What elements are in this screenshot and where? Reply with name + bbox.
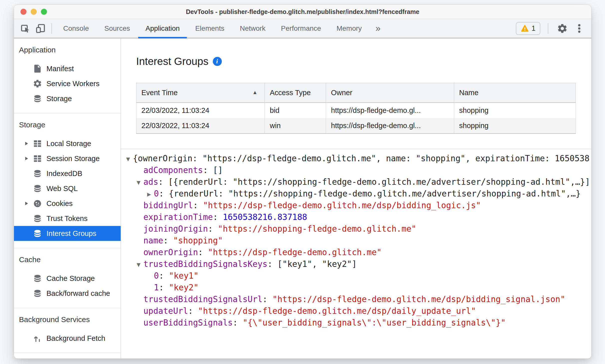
sidebar-section-storage: StorageLocal StorageSession StorageIndex… bbox=[14, 113, 121, 248]
tree-line[interactable]: joiningOrigin: "https://shopping-fledge-… bbox=[126, 223, 591, 235]
table-row[interactable]: 22/03/2022, 11:03:24bidhttps://dsp-fledg… bbox=[136, 103, 576, 118]
table-cell: 22/03/2022, 11:03:24 bbox=[136, 103, 265, 118]
table-icon bbox=[33, 154, 42, 163]
warnings-button[interactable]: 1 bbox=[516, 22, 540, 35]
tree-line[interactable]: ▼ads: [{renderUrl: "https://shopping-fle… bbox=[126, 176, 591, 188]
collapse-arrow-icon[interactable]: ▼ bbox=[126, 153, 133, 165]
json-plain: : bbox=[213, 212, 223, 222]
sidebar-item-storage[interactable]: Storage bbox=[14, 91, 121, 106]
window-controls bbox=[20, 5, 47, 19]
window-title: DevTools - publisher-fledge-demo.glitch.… bbox=[186, 8, 419, 15]
tab-elements[interactable]: Elements bbox=[187, 19, 232, 38]
expand-arrow-icon[interactable] bbox=[25, 157, 33, 160]
json-plain: : bbox=[188, 306, 198, 316]
device-toolbar-icon[interactable] bbox=[34, 19, 47, 38]
column-header-name[interactable]: Name bbox=[454, 83, 576, 103]
sidebar-item-label: Interest Groups bbox=[46, 229, 96, 238]
sidebar-item-service-workers[interactable]: Service Workers bbox=[14, 76, 121, 91]
sidebar-item-cache-storage[interactable]: Cache Storage bbox=[14, 271, 121, 286]
tree-line[interactable]: userBiddingSignals: "{\"user_bidding_sig… bbox=[126, 317, 591, 329]
sidebar-item-back-forward-cache[interactable]: Back/forward cache bbox=[14, 286, 121, 301]
json-plain: : {renderUrl: "https://shopping-fledge-d… bbox=[159, 189, 581, 198]
three-dot-menu-icon[interactable] bbox=[573, 22, 586, 35]
column-header-event-time[interactable]: Event Time▲ bbox=[136, 83, 265, 103]
json-plain: : [] bbox=[203, 165, 223, 175]
info-icon[interactable]: i bbox=[213, 57, 222, 66]
tree-line[interactable]: expirationTime: 1650538216.837188 bbox=[126, 211, 591, 223]
json-plain: : bbox=[193, 200, 203, 210]
table-cell: https://dsp-fledge-demo.gl... bbox=[326, 118, 454, 134]
sidebar-item-session-storage[interactable]: Session Storage bbox=[14, 151, 121, 166]
sidebar-item-cookies[interactable]: Cookies bbox=[14, 196, 121, 211]
tree-line[interactable]: 0: "key1" bbox=[126, 270, 591, 282]
json-plain: : bbox=[263, 294, 273, 304]
json-string: "shopping" bbox=[173, 236, 223, 245]
tree-line[interactable]: ▼{ownerOrigin: "https://dsp-fledge-demo.… bbox=[126, 153, 591, 164]
tree-line[interactable]: 1: "key2" bbox=[126, 282, 591, 293]
tab-network[interactable]: Network bbox=[232, 19, 273, 38]
json-string: "https://dsp-fledge-demo.glitch.me/dsp/b… bbox=[203, 200, 481, 210]
toolbar-separator bbox=[548, 23, 548, 34]
database-icon bbox=[33, 229, 42, 238]
table-cell: 22/03/2022, 11:03:24 bbox=[136, 118, 265, 134]
sidebar-item-trust-tokens[interactable]: Trust Tokens bbox=[14, 211, 121, 226]
zoom-button[interactable] bbox=[41, 9, 47, 15]
json-tree: ▼{ownerOrigin: "https://dsp-fledge-demo.… bbox=[121, 149, 591, 329]
database-icon bbox=[33, 289, 42, 298]
json-plain: : bbox=[159, 271, 169, 281]
column-label: Name bbox=[459, 89, 478, 97]
json-plain: : [{renderUrl: "https://shopping-fledge-… bbox=[158, 177, 590, 187]
more-tabs-button[interactable]: » bbox=[369, 19, 386, 38]
inspect-icon[interactable] bbox=[19, 19, 32, 38]
json-plain: : bbox=[159, 283, 169, 292]
expand-arrow-icon[interactable]: ▶ bbox=[147, 188, 154, 200]
sidebar-item-interest-groups[interactable]: Interest Groups bbox=[14, 226, 121, 241]
tree-line[interactable]: ownerOrigin: "https://dsp-fledge-demo.gl… bbox=[126, 246, 591, 258]
table-row[interactable]: 22/03/2022, 11:03:24winhttps://dsp-fledg… bbox=[136, 118, 576, 134]
tab-application[interactable]: Application bbox=[138, 19, 187, 38]
json-string: "key1" bbox=[169, 271, 199, 281]
tab-memory[interactable]: Memory bbox=[329, 19, 369, 38]
json-string: "https://dsp-fledge-demo.glitch.me/dsp/b… bbox=[273, 294, 565, 304]
devtools-window: DevTools - publisher-fledge-demo.glitch.… bbox=[14, 4, 592, 359]
close-button[interactable] bbox=[20, 9, 26, 15]
tree-line[interactable]: biddingUrl: "https://dsp-fledge-demo.gli… bbox=[126, 199, 591, 211]
tree-line[interactable]: updateUrl: "https://dsp-fledge-demo.glit… bbox=[126, 305, 591, 317]
desktop-background: { "window": { "title": "DevTools - publi… bbox=[0, 0, 605, 364]
json-key: 0 bbox=[154, 271, 159, 281]
sidebar-item-web-sql[interactable]: Web SQL bbox=[14, 181, 121, 196]
sort-asc-icon: ▲ bbox=[252, 89, 258, 95]
tab-performance[interactable]: Performance bbox=[273, 19, 329, 38]
json-plain: {ownerOrigin: "https://dsp-fledge-demo.g… bbox=[133, 154, 590, 163]
tab-sources[interactable]: Sources bbox=[97, 19, 138, 38]
tab-console[interactable]: Console bbox=[55, 19, 97, 38]
tree-line[interactable]: trustedBiddingSignalsUrl: "https://dsp-f… bbox=[126, 293, 591, 305]
collapse-arrow-icon[interactable]: ▼ bbox=[137, 177, 143, 188]
sidebar-item-label: Session Storage bbox=[46, 155, 100, 163]
column-header-access-type[interactable]: Access Type bbox=[265, 83, 326, 103]
json-string: "key2" bbox=[169, 283, 199, 292]
page-title: Interest Groups bbox=[136, 55, 208, 67]
json-key: expirationTime bbox=[143, 212, 213, 222]
tree-line[interactable]: ▼trustedBiddingSignalsKeys: ["key1", "ke… bbox=[126, 258, 591, 270]
json-string: "https://shopping-fledge-demo.glitch.me" bbox=[218, 224, 416, 234]
sidebar-item-label: Manifest bbox=[46, 65, 74, 73]
tree-line[interactable]: name: "shopping" bbox=[126, 235, 591, 246]
tree-line[interactable]: ▶0: {renderUrl: "https://shopping-fledge… bbox=[126, 188, 591, 199]
collapse-arrow-icon[interactable]: ▼ bbox=[137, 259, 143, 271]
sidebar-item-manifest[interactable]: Manifest bbox=[14, 61, 121, 76]
tree-line[interactable]: adComponents: [] bbox=[126, 164, 591, 176]
sidebar-item-label: Service Workers bbox=[46, 80, 99, 88]
database-icon bbox=[33, 214, 42, 223]
table-cell: bid bbox=[265, 103, 326, 118]
expand-arrow-icon[interactable] bbox=[25, 142, 33, 145]
gear-icon[interactable] bbox=[556, 22, 569, 35]
sidebar-item-indexeddb[interactable]: IndexedDB bbox=[14, 166, 121, 181]
expand-arrow-icon[interactable] bbox=[25, 202, 33, 205]
sidebar-item-background-fetch[interactable]: Background Fetch bbox=[14, 331, 121, 346]
table-cell: shopping bbox=[454, 118, 576, 134]
column-header-owner[interactable]: Owner bbox=[326, 83, 454, 103]
minimize-button[interactable] bbox=[31, 9, 37, 15]
json-key: name bbox=[143, 236, 163, 245]
sidebar-item-local-storage[interactable]: Local Storage bbox=[14, 136, 121, 151]
